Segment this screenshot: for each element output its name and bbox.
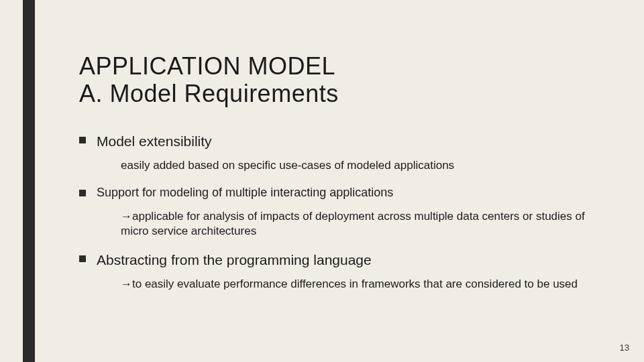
bullet-detail: easily added based on specific use-cases… (121, 158, 604, 173)
bullet-label: Model extensibility (97, 132, 212, 150)
title-line-1: APPLICATION MODEL (79, 52, 609, 80)
bullet-detail: →to easily evaluate performance differen… (121, 277, 604, 292)
page-number: 13 (620, 343, 629, 353)
square-bullet-icon (79, 255, 86, 262)
square-bullet-icon (79, 137, 86, 143)
bullet-label: Abstracting from the programming languag… (97, 251, 372, 269)
bullet-item: Abstracting from the programming languag… (79, 251, 609, 269)
bullet-label: Support for modeling of multiple interac… (97, 185, 393, 200)
bullet-item: Model extensibility (79, 132, 609, 150)
bullet-item: Support for modeling of multiple interac… (79, 185, 609, 200)
title-line-2: A. Model Requirements (79, 80, 609, 107)
slide-content: APPLICATION MODEL A. Model Requirements … (79, 52, 609, 304)
accent-bar (23, 0, 35, 362)
square-bullet-icon (79, 190, 86, 196)
bullet-detail: →applicable for analysis of impacts of d… (121, 209, 604, 239)
bullet-list: Model extensibility easily added based o… (79, 132, 609, 292)
